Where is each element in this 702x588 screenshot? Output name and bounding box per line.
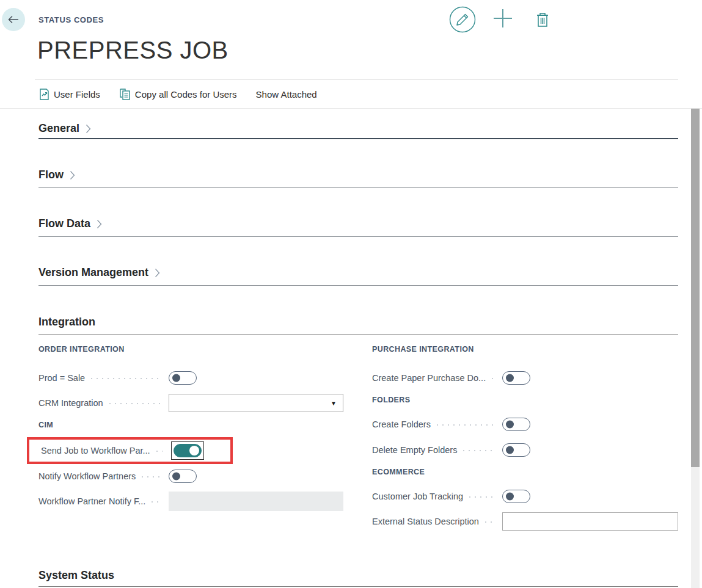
- page-title: PREPRESS JOB: [37, 37, 229, 64]
- field-label: Create Folders: [372, 419, 431, 429]
- toggle-knob: [506, 446, 514, 454]
- column-spacer: [343, 335, 372, 531]
- edit-pencil-icon[interactable]: [449, 6, 476, 33]
- field-row-create-folders: Create Folders: [372, 418, 678, 431]
- chevron-right-icon: [96, 219, 103, 230]
- dotted-leader: [463, 450, 494, 451]
- header-action-icons: [449, 6, 550, 33]
- crm-integration-select[interactable]: ▼: [169, 394, 343, 412]
- dotted-leader: [437, 424, 494, 426]
- external-status-description-input[interactable]: [502, 512, 678, 531]
- chevron-right-icon: [154, 267, 161, 278]
- fasttab-label: Flow: [38, 169, 64, 181]
- toggle-knob: [506, 374, 514, 382]
- toggle-knob: [189, 446, 199, 456]
- delete-empty-folders-toggle[interactable]: [502, 443, 530, 457]
- caret-down-icon: ▼: [331, 400, 337, 407]
- fasttab-label: Version Management: [38, 266, 148, 279]
- new-plus-icon[interactable]: [492, 8, 513, 31]
- integration-right-column: PURCHASE INTEGRATION Create Paper Purcha…: [372, 335, 678, 531]
- toggle-knob: [506, 421, 514, 429]
- customer-job-tracking-toggle[interactable]: [502, 490, 530, 503]
- chevron-right-icon: [85, 123, 92, 134]
- field-row-create-paper-purchase: Create Paper Purchase Do...: [372, 371, 678, 385]
- section-title: Integration: [38, 316, 95, 328]
- scrollbar-track[interactable]: [691, 109, 700, 588]
- integration-columns: ORDER INTEGRATION Prod = Sale CRM Integr…: [38, 335, 678, 531]
- group-caption-cim: CIM: [38, 421, 343, 430]
- fasttab-label: General: [38, 122, 79, 135]
- dotted-leader: [91, 378, 160, 379]
- toggle-knob: [172, 374, 180, 382]
- dotted-leader: [109, 403, 160, 404]
- user-fields-doc-icon: [39, 89, 49, 100]
- fasttab-flow[interactable]: Flow: [38, 167, 678, 188]
- fasttab-integration-heading[interactable]: Integration: [38, 313, 678, 335]
- field-row-external-status-description: External Status Description: [372, 512, 678, 531]
- fasttab-version-management[interactable]: Version Management: [38, 264, 678, 286]
- toggle-knob: [172, 473, 180, 481]
- field-label: Customer Job Tracking: [372, 492, 463, 501]
- field-row-workflow-partner-notify: Workflow Partner Notify F...: [38, 492, 343, 511]
- fasttab-label: Flow Data: [38, 217, 90, 230]
- notify-workflow-partners-toggle[interactable]: [169, 470, 197, 483]
- fasttab-system-status-heading[interactable]: System Status: [38, 567, 678, 587]
- copy-pages-icon: [119, 89, 131, 100]
- scrollbar-thumb[interactable]: [691, 109, 700, 467]
- action-copy-all-codes[interactable]: Copy all Codes for Users: [119, 89, 237, 100]
- prod-sale-toggle[interactable]: [169, 371, 197, 385]
- fasttab-flow-data[interactable]: Flow Data: [38, 216, 678, 237]
- title-divider: [35, 79, 678, 80]
- field-label: External Status Description: [372, 517, 479, 526]
- dotted-leader: [485, 521, 494, 523]
- dotted-leader: [152, 501, 160, 503]
- section-title: System Status: [38, 569, 114, 581]
- action-user-fields[interactable]: User Fields: [39, 89, 100, 100]
- page-caption: STATUS CODES: [38, 15, 104, 24]
- send-job-to-workflow-partner-toggle[interactable]: [174, 444, 202, 457]
- field-row-crm-integration: CRM Integration ▼: [38, 394, 343, 412]
- field-row-customer-job-tracking: Customer Job Tracking: [372, 490, 678, 503]
- annotation-highlight: Send Job to Workflow Par...: [27, 437, 233, 464]
- field-label: Send Job to Workflow Par...: [41, 446, 150, 456]
- action-label: Copy all Codes for Users: [135, 89, 237, 100]
- create-folders-toggle[interactable]: [502, 418, 530, 431]
- group-caption-order-integration: ORDER INTEGRATION: [38, 345, 343, 354]
- dotted-leader: [469, 496, 494, 498]
- field-label: CRM Integration: [38, 398, 103, 408]
- group-caption-purchase-integration: PURCHASE INTEGRATION: [372, 345, 678, 354]
- field-label: Prod = Sale: [38, 373, 85, 383]
- workflow-partner-notify-field: [169, 492, 343, 511]
- group-caption-folders: FOLDERS: [372, 396, 678, 405]
- group-caption-ecommerce: ECOMMERCE: [372, 468, 678, 477]
- action-label: Show Attached: [256, 89, 317, 100]
- card-content: General Flow Flow Data: [38, 108, 678, 587]
- action-show-attached[interactable]: Show Attached: [256, 89, 317, 100]
- fasttab-general[interactable]: General: [38, 120, 678, 139]
- field-label: Create Paper Purchase Do...: [372, 373, 486, 383]
- field-row-notify-workflow-partners: Notify Workflow Partners: [38, 470, 343, 483]
- dotted-leader: [142, 476, 160, 477]
- create-paper-purchase-toggle[interactable]: [502, 371, 530, 385]
- field-label: Delete Empty Folders: [372, 445, 457, 455]
- toggle-focus-outline: [171, 441, 204, 460]
- status-codes-card-page: STATUS CODES PREPRESS JOB: [0, 0, 702, 588]
- field-row-delete-empty-folders: Delete Empty Folders: [372, 443, 678, 457]
- field-label: Workflow Partner Notify F...: [38, 496, 145, 506]
- action-bar: User Fields Copy all Codes for Users Sho…: [39, 86, 336, 102]
- dotted-leader: [492, 378, 494, 379]
- field-label: Notify Workflow Partners: [38, 471, 136, 481]
- field-row-prod-sale: Prod = Sale: [38, 371, 343, 385]
- arrow-left-icon: [6, 12, 21, 27]
- integration-left-column: ORDER INTEGRATION Prod = Sale CRM Integr…: [38, 335, 343, 531]
- action-label: User Fields: [54, 89, 100, 100]
- toggle-knob: [506, 493, 514, 501]
- dotted-leader: [156, 451, 163, 452]
- chevron-right-icon: [69, 170, 76, 181]
- delete-trash-icon[interactable]: [535, 11, 550, 31]
- back-button[interactable]: [2, 8, 25, 31]
